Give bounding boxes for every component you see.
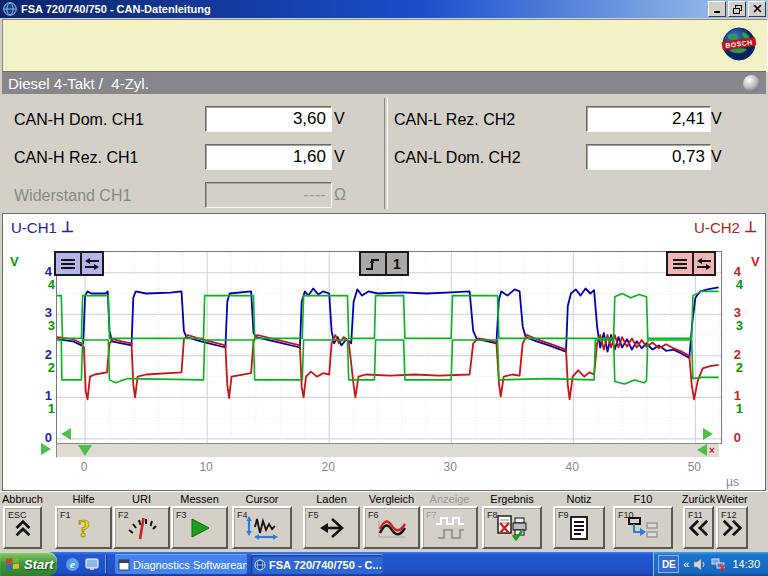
menu-lines-icon <box>60 257 76 271</box>
toolbar-group-zurueck: Zurück F11 <box>683 492 714 552</box>
uri-button[interactable]: F2 <box>113 506 170 549</box>
trigger-position-marker[interactable] <box>78 445 92 456</box>
internet-explorer-icon[interactable]: e <box>64 556 80 572</box>
trigger-edge-icon <box>365 256 381 272</box>
toolbar-group-vergleich: Vergleich F6 <box>363 492 420 552</box>
toolbar-group-anzeige: Anzeige F7 <box>421 492 478 552</box>
scope-canvas <box>57 252 721 443</box>
oscilloscope-panel: U-CH1⊥ U-CH2⊥ V V <box>2 213 766 491</box>
restore-icon <box>733 5 742 14</box>
system-tray: DE « 14:30 <box>653 552 768 576</box>
task-window-icon <box>118 559 130 571</box>
toolbar-label: Ergebnis <box>490 493 533 505</box>
task-button-diagnostics[interactable]: Diagnostics Softwarean... <box>115 554 247 574</box>
measurement-label: CAN-H Dom. CH1 <box>14 111 144 129</box>
y-axis-label-green: 1 <box>727 400 743 417</box>
trigger-channel-number: 1 <box>393 256 401 272</box>
x-axis-tick-label: 10 <box>194 460 218 474</box>
toolbar-label: URI <box>132 493 151 505</box>
channel1-pan-button[interactable] <box>82 253 102 274</box>
language-indicator[interactable]: DE <box>658 555 679 573</box>
toolbar-label: Messen <box>180 493 219 505</box>
close-button[interactable] <box>748 1 766 17</box>
messen-button[interactable]: F3 <box>171 506 228 549</box>
x-axis-tick-label: 20 <box>316 460 340 474</box>
scope-plot-area <box>56 251 722 444</box>
product-bar: Diesel 4-Takt / 4-Zyl. <box>2 71 766 95</box>
x-axis-tick-label: 40 <box>560 460 584 474</box>
measurement-row: CAN-H Dom. CH1 <box>14 106 144 134</box>
laden-button[interactable]: F5 <box>303 506 360 549</box>
app-icon <box>3 2 17 16</box>
application-window: FSA 720/740/750 - CAN-Datenleitung <box>0 0 768 576</box>
toolbar-group-messen: Messen F3 <box>171 492 228 552</box>
task-button-fsa[interactable]: FSA 720/740/750 - C... <box>251 554 383 574</box>
x-axis-tick-label: 0 <box>72 460 96 474</box>
ground-symbol-ch2: ⊥ <box>744 218 757 235</box>
load-arrow-icon <box>318 515 346 541</box>
sphere-button[interactable] <box>743 75 760 92</box>
start-button[interactable]: Start <box>0 552 57 576</box>
trace-2-kurve-gr-n-oben <box>57 291 719 338</box>
zurueck-button[interactable]: F11 <box>683 506 714 549</box>
channel1-menu-button[interactable] <box>56 253 82 274</box>
horizontal-arrows-icon <box>696 257 712 271</box>
channel2-settings-buttons <box>666 251 716 276</box>
trigger-edge-button[interactable] <box>361 253 387 274</box>
anzeige-button: F7 <box>421 506 478 549</box>
measurement-value: 3,60 <box>205 106 332 132</box>
y-axis-label-green: 2 <box>39 359 55 376</box>
measurement-unit: V <box>334 144 345 170</box>
toolbar-group-notiz: Notiz F9 <box>553 492 605 552</box>
menu-lines-icon <box>672 257 688 271</box>
toolbar-label: Vergleich <box>369 493 414 505</box>
volume-tray-icon[interactable] <box>693 558 707 571</box>
window-title: FSA 720/740/750 - CAN-Datenleitung <box>21 3 708 15</box>
minimize-button[interactable] <box>708 1 726 17</box>
trigger-buttons: 1 <box>359 251 409 276</box>
measurement-row: CAN-L Rez. CH2 <box>394 106 515 134</box>
chevrons-left-icon <box>688 518 710 538</box>
weiter-button[interactable]: F12 <box>716 506 748 549</box>
notiz-button[interactable]: F9 <box>553 506 605 549</box>
function-key-toolbar: Abbruch ESC Hilfe F1 ? URI F2 <box>0 491 768 553</box>
channel2-label: U-CH2⊥ <box>694 218 757 236</box>
cursor-button[interactable]: F4 <box>232 506 292 549</box>
vergleich-button[interactable]: F6 <box>363 506 420 549</box>
y-axis-label-blue: 0 <box>36 429 52 446</box>
fkey-label: F1 <box>60 510 71 520</box>
taskbar: Start e Diagnostics Softwarean... FSA 72… <box>0 552 768 576</box>
toolbar-group-uri: URI F2 <box>113 492 170 552</box>
channel2-menu-button[interactable] <box>668 253 694 274</box>
ergebnis-button[interactable]: F8 <box>482 506 542 549</box>
toolbar-group-laden: Laden F5 <box>303 492 360 552</box>
hierarchy-icon <box>627 515 659 541</box>
tray-expand-chevron[interactable]: « <box>683 558 689 570</box>
channel-marker-right[interactable] <box>703 428 713 440</box>
show-desktop-icon[interactable] <box>84 556 100 572</box>
x-axis-tick-label: 50 <box>682 460 706 474</box>
abbruch-button[interactable]: ESC <box>3 506 42 549</box>
trigger-channel-button[interactable]: 1 <box>387 253 407 274</box>
header-panel: BOSCH <box>2 19 768 72</box>
windows-flag-icon <box>5 556 21 572</box>
f10-button[interactable]: F10 <box>613 506 673 549</box>
time-position-strip[interactable]: × <box>56 443 720 458</box>
svg-text:e: e <box>70 558 75 570</box>
restore-button[interactable] <box>728 1 746 17</box>
y-axis-label-green: 3 <box>39 317 55 334</box>
channel-marker-left[interactable] <box>61 428 71 440</box>
task-title: Diagnostics Softwarean... <box>133 559 247 571</box>
ground-symbol-ch1: ⊥ <box>61 218 74 235</box>
y-axis-label-red: 0 <box>725 429 741 446</box>
y-axis-label-green: 4 <box>39 276 55 293</box>
note-document-icon <box>567 515 591 541</box>
toolbar-label: Cursor <box>245 493 278 505</box>
network-offline-tray-icon[interactable] <box>711 558 726 571</box>
scroll-end-marker[interactable] <box>697 444 707 456</box>
fkey-label: F3 <box>176 510 187 520</box>
channel1-label: U-CH1⊥ <box>11 218 74 236</box>
marker-close-icon[interactable]: × <box>709 445 715 456</box>
hilfe-button[interactable]: F1 ? <box>55 506 112 549</box>
channel2-pan-button[interactable] <box>694 253 714 274</box>
